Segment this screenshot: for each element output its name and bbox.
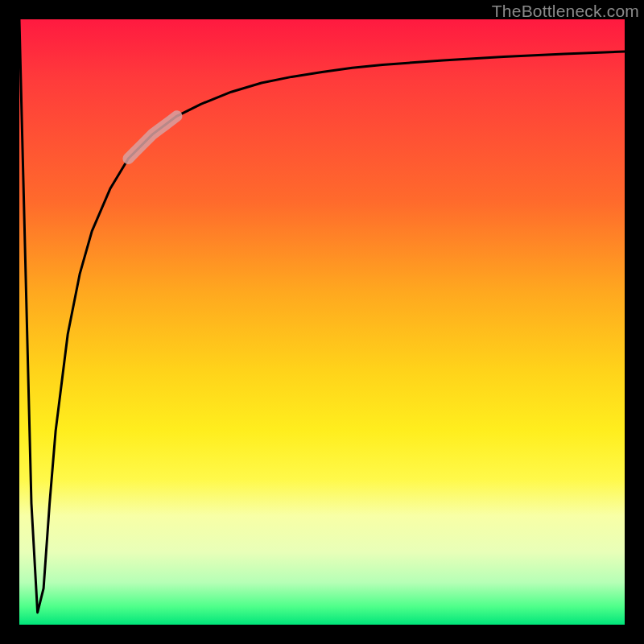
bottleneck-curve-line: [19, 19, 625, 613]
watermark-text: TheBottleneck.com: [492, 2, 639, 21]
bottleneck-chart: [19, 19, 625, 625]
outer-frame: TheBottleneck.com: [0, 0, 644, 644]
bottleneck-curve-highlight: [128, 116, 176, 159]
